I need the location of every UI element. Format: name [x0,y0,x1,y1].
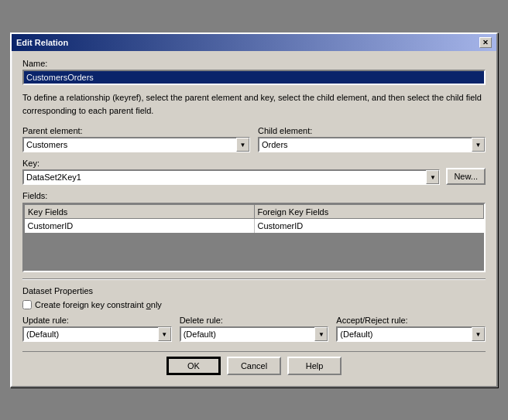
fields-table: Key Fields Foreign Key Fields CustomerID… [24,204,484,233]
ok-button[interactable]: OK [166,357,221,375]
key-select-wrap: DataSet2Key1 ▼ [22,169,440,185]
accept-reject-rule-select[interactable]: (Default) [336,326,486,342]
close-button[interactable]: ✕ [479,37,492,48]
title-bar: Edit Relation ✕ [12,34,496,51]
cancel-button[interactable]: Cancel [227,357,281,375]
fk-fields-header: Foreign Key Fields [254,205,484,219]
key-field-cell: CustomerID [25,219,255,233]
fk-field-cell: CustomerID [254,219,484,233]
delete-rule-label: Delete rule: [180,316,329,325]
foreign-key-underline: o [146,300,151,309]
foreign-key-checkbox-row: Create foreign key constraint only [22,300,486,309]
edit-relation-dialog: Edit Relation ✕ Name: To define a relati… [10,32,498,388]
parent-element-select[interactable]: Customers [22,137,250,152]
update-rule-group: Update rule: (Default) ▼ [22,316,172,342]
name-label: Name: [22,59,486,68]
new-button[interactable]: New... [446,168,486,185]
update-rule-select[interactable]: (Default) [22,326,172,342]
fields-table-wrap: Key Fields Foreign Key Fields CustomerID… [22,203,486,272]
section-divider [22,278,486,280]
description-text: To define a relationship (keyref), selec… [22,91,486,117]
foreign-key-label: Create foreign key constraint only [35,300,162,309]
table-row[interactable]: CustomerID CustomerID [25,219,484,233]
name-input[interactable] [22,70,486,85]
child-element-group: Child element: Orders ▼ [258,126,486,152]
parent-element-group: Parent element: Customers ▼ [22,126,250,152]
delete-rule-select-wrap: (Default) ▼ [180,326,329,342]
delete-rule-select[interactable]: (Default) [180,326,329,342]
key-fields-header: Key Fields [25,205,255,219]
child-element-label: Child element: [258,126,486,135]
title-bar-controls: ✕ [479,37,492,48]
key-group: Key: DataSet2Key1 ▼ [22,159,440,185]
update-rule-select-wrap: (Default) ▼ [22,326,172,342]
delete-rule-group: Delete rule: (Default) ▼ [180,316,329,342]
fields-label: Fields: [22,191,486,200]
key-row: Key: DataSet2Key1 ▼ New... [22,159,486,185]
dataset-properties-label: Dataset Properties [22,286,486,295]
accept-reject-rule-select-wrap: (Default) ▼ [336,326,486,342]
dialog-title: Edit Relation [16,38,68,47]
help-button[interactable]: Help [287,357,342,375]
child-element-select-wrap: Orders ▼ [258,137,486,152]
accept-reject-rule-label: Accept/Reject rule: [336,316,486,325]
update-rule-label: Update rule: [22,316,172,325]
rules-row: Update rule: (Default) ▼ Delete rule: (D… [22,316,486,342]
parent-element-select-wrap: Customers ▼ [22,137,250,152]
element-row: Parent element: Customers ▼ Child elemen… [22,126,486,152]
dialog-body: Name: To define a relationship (keyref),… [12,51,496,386]
foreign-key-checkbox[interactable] [22,300,32,309]
key-label: Key: [22,159,440,168]
child-element-select[interactable]: Orders [258,137,486,152]
name-group: Name: [22,59,486,85]
parent-element-label: Parent element: [22,126,250,135]
accept-reject-rule-group: Accept/Reject rule: (Default) ▼ [336,316,486,342]
key-select[interactable]: DataSet2Key1 [22,169,440,185]
bottom-buttons: OK Cancel Help [22,351,486,378]
